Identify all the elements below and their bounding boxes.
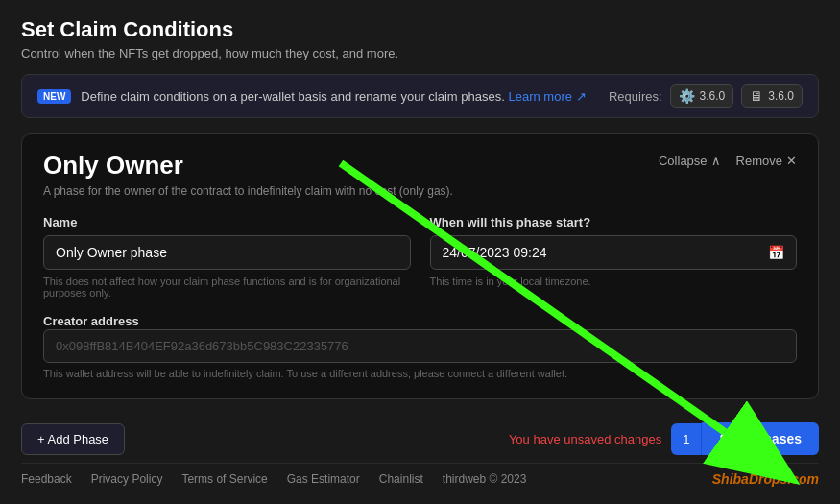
when-hint: This time is in your local timezone. [430, 276, 798, 287]
creator-hint: This wallet address will be able to inde… [43, 368, 797, 379]
remove-button[interactable]: Remove ✕ [736, 154, 797, 168]
page-title: Set Claim Conditions [21, 17, 819, 42]
footer-brand: ShibaDrops.com [712, 471, 819, 487]
page-header: Set Claim Conditions Control when the NF… [21, 17, 819, 74]
phase-description: A phase for the owner of the contract to… [43, 184, 797, 198]
creator-group: Creator address 0x098ffB814B404EF92a36d6… [43, 312, 797, 379]
when-label: When will this phase start? [430, 215, 798, 229]
phase-count-button[interactable]: 1 [671, 423, 702, 455]
when-group: When will this phase start? 24/07/2023 0… [430, 215, 798, 299]
requires-label: Requires: [609, 89, 662, 104]
creator-address-display: 0x098ffB814B404EF92a36d673bb5C983C223357… [43, 329, 797, 363]
name-input[interactable] [43, 235, 411, 270]
footer-privacy-link[interactable]: Privacy Policy [91, 472, 163, 486]
phase-card: Collapse ∧ Remove ✕ Only Owner A phase f… [21, 133, 819, 399]
page-subtitle: Control when the NFTs get dropped, how m… [21, 46, 819, 60]
datetime-input[interactable]: 24/07/2023 09:24 📅 [430, 235, 798, 270]
footer-gas-link[interactable]: Gas Estimator [287, 472, 360, 486]
save-phases-button[interactable]: Save Phases [702, 422, 819, 455]
sdk-version-badge: ⚙️ 3.6.0 [670, 84, 734, 108]
footer-terms-link[interactable]: Terms of Service [181, 472, 267, 486]
footer: Feedback Privacy Policy Terms of Service… [21, 463, 819, 492]
new-badge: NEW [37, 89, 71, 104]
unsaved-changes-text: You have unsaved changes [509, 432, 661, 446]
learn-more-link[interactable]: Learn more ↗ [508, 89, 586, 104]
footer-feedback-link[interactable]: Feedback [21, 472, 72, 486]
dashboard-version-badge: 🖥 3.6.0 [741, 84, 803, 108]
collapse-button[interactable]: Collapse ∧ [659, 154, 721, 168]
name-hint: This does not affect how your claim phas… [43, 276, 411, 299]
name-label: Name [43, 215, 411, 229]
calendar-icon: 📅 [768, 245, 784, 260]
new-banner: NEW Define claim conditions on a per-wal… [21, 74, 819, 118]
bottom-bar: + Add Phase You have unsaved changes 1 S… [21, 413, 819, 463]
footer-copyright: thirdweb © 2023 [443, 472, 527, 486]
footer-chainlist-link[interactable]: Chainlist [379, 472, 423, 486]
name-group: Name This does not affect how your claim… [43, 215, 411, 299]
save-phases-group: 1 Save Phases [671, 422, 819, 455]
add-phase-button[interactable]: + Add Phase [21, 423, 125, 455]
footer-links: Feedback Privacy Policy Terms of Service… [21, 472, 526, 486]
creator-label: Creator address [43, 314, 139, 328]
banner-text: Define claim conditions on a per-wallet … [81, 89, 586, 104]
